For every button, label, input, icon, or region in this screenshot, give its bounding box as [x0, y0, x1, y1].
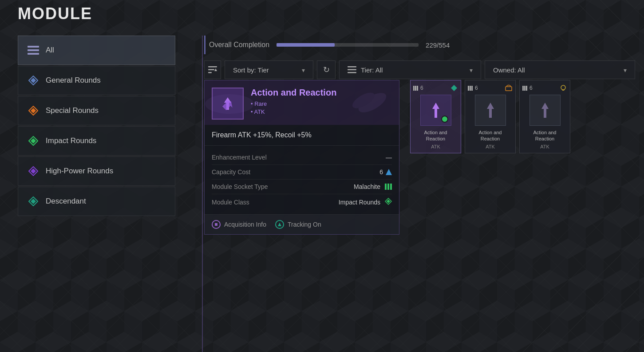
sidebar-item-impact-rounds[interactable]: Impact Rounds [18, 126, 175, 156]
svg-marker-12 [31, 199, 36, 204]
svg-rect-18 [348, 69, 356, 71]
progress-bar-fill [277, 43, 335, 47]
card-img-area-0 [420, 95, 451, 126]
sidebar-item-general-rounds-label: General Rounds [46, 76, 101, 85]
card-top-icon-0 [450, 84, 458, 92]
module-rarity: • Rare [251, 100, 392, 107]
sidebar-item-descendant-label: Descendant [46, 197, 86, 206]
sidebar-item-high-power-rounds-label: High-Power Rounds [46, 167, 113, 176]
completion-count: 229/554 [426, 41, 450, 49]
stat-value-module-class: Impact Rounds [339, 198, 392, 206]
card-tier-number-0: 6 [420, 85, 423, 91]
svg-marker-28 [451, 85, 457, 91]
svg-rect-2 [28, 53, 39, 55]
filter-row: Sort by: Tier ↻ Tier: All Owned: All [204, 60, 635, 79]
tier-label: Tier: All [361, 66, 383, 74]
svg-rect-29 [506, 87, 512, 91]
acquisition-info-icon [212, 220, 221, 229]
card-top-row-0: 6 [413, 84, 458, 92]
stat-row-enhancement: Enhancement Level — [212, 150, 392, 165]
main-content: Overall Completion 229/554 Sort by: Tier [204, 36, 635, 85]
sidebar-item-all-label: All [46, 46, 54, 55]
card-img-area-2 [529, 95, 561, 126]
sidebar-separator [202, 36, 203, 352]
module-card-1[interactable]: 6 Action andReaction ATK [465, 80, 516, 153]
impact-rounds-icon-small [385, 198, 392, 206]
stat-row-socket: Module Socket Type Malachite [212, 180, 392, 194]
tier-chevron-icon [470, 66, 473, 74]
owned-chevron-icon [624, 66, 627, 74]
card-top-icon-2 [559, 84, 567, 92]
sidebar-item-special-rounds-label: Special Rounds [46, 106, 99, 115]
sidebar-item-general-rounds[interactable]: General Rounds [18, 66, 175, 95]
svg-rect-1 [28, 49, 39, 51]
card-module-name-0: Action andReaction [424, 129, 447, 142]
tier-filter-button[interactable]: Tier: All [339, 60, 481, 79]
acquisition-info-button[interactable]: Acquisition Info [212, 220, 266, 229]
card-equipped-dot-0 [441, 116, 448, 123]
tracking-on-button[interactable]: Tracking On [275, 220, 321, 229]
card-tag-1: ATK [486, 144, 495, 149]
sort-label: Sort by: Tier [233, 66, 269, 74]
high-power-rounds-icon [27, 165, 40, 177]
svg-marker-4 [31, 78, 36, 83]
sidebar-item-all[interactable]: All [18, 36, 175, 65]
module-stats: Enhancement Level — Capacity Cost 6 Modu… [205, 146, 399, 215]
svg-rect-13 [208, 66, 217, 68]
module-effect: Firearm ATK +15%, Recoil +5% [205, 125, 399, 146]
card-top-icon-1 [505, 84, 513, 92]
tracking-on-icon [275, 220, 284, 229]
card-tier-2: 6 [522, 85, 533, 91]
stat-value-socket: Malachite [354, 183, 392, 190]
svg-marker-23 [386, 169, 392, 175]
svg-rect-26 [215, 223, 217, 226]
page-title: Module [18, 4, 92, 23]
sidebar-item-impact-rounds-label: Impact Rounds [46, 136, 96, 145]
sort-chevron-icon [302, 66, 305, 74]
stat-label-capacity: Capacity Cost [212, 168, 250, 176]
stat-row-capacity: Capacity Cost 6 [212, 165, 392, 180]
svg-marker-8 [31, 138, 36, 144]
module-card-0[interactable]: 6 Action andReaction ATK [410, 80, 461, 153]
svg-rect-17 [348, 66, 356, 68]
progress-bar-background [277, 43, 419, 47]
card-tier-number-1: 6 [475, 85, 478, 91]
malachite-icon [385, 184, 392, 190]
refresh-button[interactable]: ↻ [317, 60, 336, 79]
sidebar-item-descendant[interactable]: Descendant [18, 187, 175, 216]
acquisition-info-label: Acquisition Info [224, 221, 266, 228]
card-tier-0: 6 [413, 85, 423, 91]
module-class-text: Impact Rounds [339, 199, 380, 206]
stat-label-module-class: Module Class [212, 199, 249, 206]
module-card-2[interactable]: 6 [519, 80, 570, 153]
module-class-tag: • ATK [251, 108, 392, 115]
owned-filter-button[interactable]: Owned: All [485, 60, 635, 79]
module-header: Action and Reaction • Rare • ATK [205, 80, 399, 125]
sort-direction-button[interactable] [204, 60, 221, 79]
card-top-row-2: 6 [522, 84, 567, 92]
card-img-area-1 [475, 95, 506, 126]
tracking-on-label: Tracking On [288, 221, 321, 228]
svg-rect-15 [208, 72, 212, 73]
sidebar-item-high-power-rounds[interactable]: High-Power Rounds [18, 156, 175, 186]
completion-bar-container: Overall Completion 229/554 [204, 36, 635, 54]
svg-rect-14 [208, 69, 214, 71]
svg-marker-27 [278, 223, 281, 226]
descendant-icon [27, 195, 40, 208]
capacity-icon [386, 169, 392, 175]
impact-rounds-icon [27, 135, 40, 147]
card-tag-0: ATK [431, 144, 440, 149]
svg-rect-19 [348, 72, 356, 73]
sidebar: All General Rounds Special Rounds [18, 36, 175, 216]
module-title-area: Action and Reaction • Rare • ATK [251, 88, 392, 115]
sidebar-item-special-rounds[interactable]: Special Rounds [18, 96, 175, 125]
module-actions: Acquisition Info Tracking On [205, 215, 399, 234]
svg-point-30 [561, 85, 565, 90]
stat-row-module-class: Module Class Impact Rounds [212, 194, 392, 210]
capacity-number: 6 [379, 168, 383, 176]
module-cards-area: 6 Action andReaction ATK [410, 80, 570, 153]
module-name: Action and Reaction [251, 88, 392, 98]
completion-label: Overall Completion [209, 41, 269, 49]
sort-by-button[interactable]: Sort by: Tier [225, 60, 313, 79]
refresh-icon: ↻ [323, 65, 330, 75]
